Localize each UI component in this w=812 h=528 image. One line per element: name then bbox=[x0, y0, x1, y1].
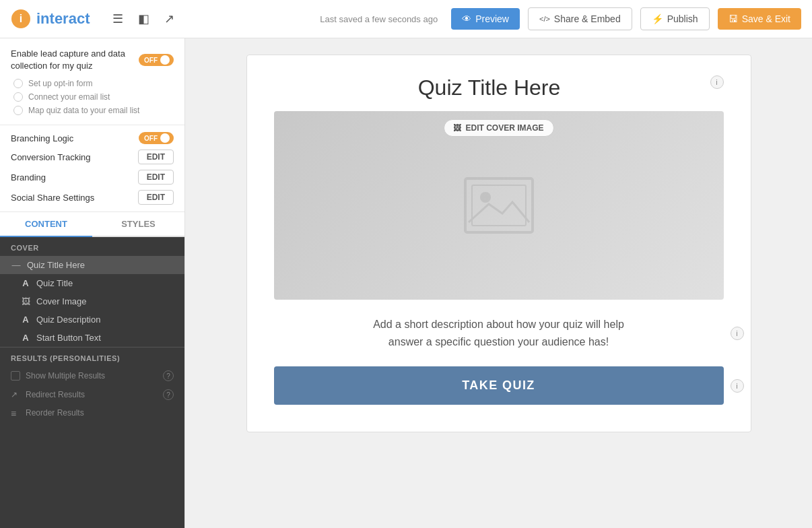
reorder-results-label: Reorder Results bbox=[26, 408, 84, 418]
show-multiple-help-icon[interactable]: ? bbox=[163, 370, 174, 381]
share-label: Share & Embed bbox=[554, 13, 621, 24]
main-layout: Enable lead capture and data collection … bbox=[0, 38, 812, 528]
image-placeholder bbox=[459, 172, 539, 239]
opt-in-radio[interactable] bbox=[13, 79, 23, 88]
lead-capture-toggle[interactable]: OFF bbox=[139, 54, 174, 66]
tab-content[interactable]: CONTENT bbox=[0, 212, 92, 237]
branding-row: Branding EDIT bbox=[11, 170, 174, 185]
cover-image-icon: 🖼 bbox=[453, 123, 461, 133]
tree-root-label: Quiz Title Here bbox=[27, 260, 85, 270]
save-exit-label: Save & Exit bbox=[742, 13, 790, 24]
email-list-radio[interactable] bbox=[13, 92, 23, 102]
lead-capture-section: Enable lead capture and data collection … bbox=[0, 38, 184, 125]
map-data-label: Map quiz data to your email list bbox=[28, 106, 139, 115]
image-icon: 🖼 bbox=[20, 296, 31, 306]
tree-cover-label: Cover Image bbox=[36, 296, 86, 306]
settings-section: Branching Logic OFF Conversion Tracking … bbox=[0, 125, 184, 212]
results-section: RESULTS (PERSONALITIES) Show Multiple Re… bbox=[0, 347, 184, 422]
lead-header: Enable lead capture and data collection … bbox=[11, 48, 174, 72]
preview-button[interactable]: 👁 Preview bbox=[451, 8, 520, 30]
branching-toggle[interactable]: OFF bbox=[139, 132, 174, 144]
quiz-description: Add a short description about how your q… bbox=[274, 316, 724, 350]
take-quiz-info-button[interactable]: i bbox=[731, 379, 744, 393]
redirect-results-label: Redirect Results bbox=[26, 390, 85, 399]
tree-cover-image-item[interactable]: 🖼 Cover Image bbox=[0, 292, 184, 310]
redirect-link-icon: ↗ bbox=[11, 390, 20, 399]
description-line1: Add a short description about how your q… bbox=[373, 319, 624, 330]
edit-cover-label: EDIT COVER IMAGE bbox=[465, 123, 543, 133]
publish-label: Publish bbox=[667, 13, 698, 24]
tree-start-button-item[interactable]: A Start Button Text bbox=[0, 329, 184, 347]
reorder-results-row[interactable]: ≡ Reorder Results bbox=[0, 404, 184, 422]
map-data-option: Map quiz data to your email list bbox=[13, 106, 174, 115]
content-tree: COVER — Quiz Title Here A Quiz Title 🖼 C… bbox=[0, 237, 184, 528]
hamburger-button[interactable]: ☰ bbox=[108, 9, 127, 29]
code-icon: </> bbox=[539, 15, 550, 23]
toggle-label: OFF bbox=[144, 57, 158, 64]
show-multiple-label: Show Multiple Results bbox=[26, 371, 105, 381]
tab-styles[interactable]: STYLES bbox=[92, 212, 184, 236]
results-header: RESULTS (PERSONALITIES) bbox=[0, 348, 184, 366]
save-icon: 🖫 bbox=[729, 13, 738, 24]
description-info-button[interactable]: i bbox=[731, 327, 744, 340]
show-multiple-results-row[interactable]: Show Multiple Results ? bbox=[0, 366, 184, 385]
cover-image-container: 🖼 EDIT COVER IMAGE bbox=[274, 111, 724, 300]
email-list-label: Connect your email list bbox=[28, 92, 110, 102]
description-container: Add a short description about how your q… bbox=[274, 316, 724, 350]
text-a-icon-2: A bbox=[20, 315, 31, 325]
redirect-help-icon[interactable]: ? bbox=[163, 389, 174, 400]
top-nav: i interact ☰ ◧ ↗ Last saved a few second… bbox=[0, 0, 812, 38]
conversion-tracking-label: Conversion Tracking bbox=[11, 152, 91, 162]
save-status: Last saved a few seconds ago bbox=[320, 14, 438, 24]
logo-text: interact bbox=[36, 10, 90, 28]
take-quiz-button[interactable]: TAKE QUIZ bbox=[274, 366, 724, 405]
minus-icon: — bbox=[11, 260, 22, 270]
left-sidebar: Enable lead capture and data collection … bbox=[0, 38, 185, 528]
toggle-circle bbox=[160, 55, 170, 65]
share-embed-button[interactable]: </> Share & Embed bbox=[528, 7, 632, 30]
social-share-label: Social Share Settings bbox=[11, 193, 94, 203]
conversion-tracking-row: Conversion Tracking EDIT bbox=[11, 150, 174, 164]
preview-label: Preview bbox=[475, 13, 509, 24]
svg-rect-2 bbox=[465, 178, 533, 232]
eye-icon: 👁 bbox=[462, 13, 471, 24]
show-multiple-checkbox[interactable] bbox=[11, 371, 20, 381]
svg-text:i: i bbox=[20, 13, 22, 24]
branching-toggle-circle bbox=[160, 133, 170, 143]
tree-desc-label: Quiz Description bbox=[36, 315, 100, 325]
external-link-button[interactable]: ↗ bbox=[160, 9, 178, 29]
redirect-results-row[interactable]: ↗ Redirect Results ? bbox=[0, 385, 184, 404]
text-a-icon-3: A bbox=[20, 333, 31, 343]
opt-in-label: Set up opt-in form bbox=[28, 79, 92, 88]
svg-rect-3 bbox=[472, 185, 526, 226]
email-list-option: Connect your email list bbox=[13, 92, 174, 102]
quiz-title-row: Quiz Title Here i bbox=[274, 75, 724, 100]
tree-root-item[interactable]: — Quiz Title Here bbox=[0, 256, 184, 274]
bolt-icon: ⚡ bbox=[652, 13, 663, 24]
branching-toggle-label: OFF bbox=[144, 135, 158, 142]
map-data-radio[interactable] bbox=[13, 106, 23, 115]
tree-start-label: Start Button Text bbox=[36, 333, 101, 343]
social-share-row: Social Share Settings EDIT bbox=[11, 190, 174, 205]
quiz-title-info-button[interactable]: i bbox=[710, 75, 724, 89]
edit-cover-image-button[interactable]: 🖼 EDIT COVER IMAGE bbox=[443, 119, 553, 137]
conversion-tracking-edit-button[interactable]: EDIT bbox=[138, 150, 174, 164]
take-quiz-container: TAKE QUIZ i bbox=[274, 366, 724, 405]
save-exit-button[interactable]: 🖫 Save & Exit bbox=[718, 8, 801, 30]
text-a-icon-1: A bbox=[20, 278, 31, 288]
branching-row: Branching Logic OFF bbox=[11, 132, 174, 144]
opt-in-option: Set up opt-in form bbox=[13, 79, 174, 88]
nav-icons: ☰ ◧ ↗ bbox=[108, 9, 178, 29]
tree-description-item[interactable]: A Quiz Description bbox=[0, 310, 184, 329]
social-share-edit-button[interactable]: EDIT bbox=[138, 190, 174, 205]
main-content-area: Quiz Title Here i 🖼 EDIT COVER IMAGE bbox=[185, 38, 812, 528]
lead-options: Set up opt-in form Connect your email li… bbox=[11, 79, 174, 115]
branding-edit-button[interactable]: EDIT bbox=[138, 170, 174, 185]
tree-quiz-title-item[interactable]: A Quiz Title bbox=[0, 274, 184, 292]
branding-label: Branding bbox=[11, 172, 46, 183]
layers-button[interactable]: ◧ bbox=[134, 9, 154, 29]
publish-button[interactable]: ⚡ Publish bbox=[640, 7, 710, 30]
description-line2: answer a specific question your audience… bbox=[388, 336, 609, 348]
logo: i interact bbox=[11, 9, 90, 29]
lead-capture-title: Enable lead capture and data collection … bbox=[11, 48, 132, 72]
